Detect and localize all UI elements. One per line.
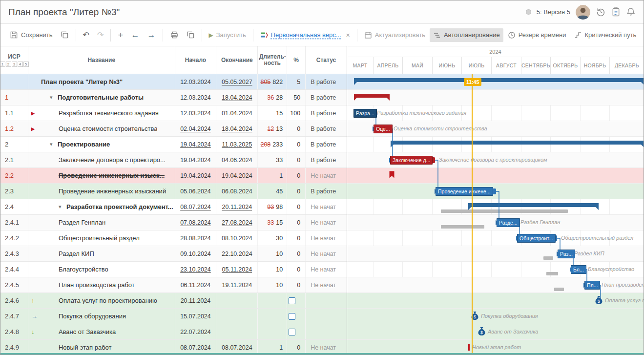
wbs-level-2[interactable]: 2 [6,62,11,67]
end-date-cell: 01.04.2024 [216,105,258,121]
end-date-cell: 05.05.2027 [216,74,258,89]
table-row[interactable]: 2.4▾Разработка проектной документ...08.0… [0,199,347,215]
collapse-toggle-icon[interactable]: ▾ [50,141,58,147]
time-reserve-button[interactable]: Резерв времени [504,28,570,42]
indent-button[interactable]: → [144,29,159,42]
end-date-cell: 04.06.2024 [216,152,258,167]
column-header-wbs[interactable]: ИСР 12345 [0,46,28,74]
column-header-end[interactable]: Окончание [216,46,258,74]
baseline-label[interactable]: Первоначальная верс... [271,31,341,39]
outdent-button[interactable]: ← [128,29,143,42]
wbs-level-4[interactable]: 4 [18,62,23,67]
version-label[interactable]: 5: Версия 5 [537,8,570,16]
versions-clipboard-icon[interactable] [611,7,621,17]
table-row[interactable]: План проекта "Литер №3"12.03.202405.05.2… [0,74,347,90]
start-date: 19.04.2024 [180,141,211,148]
baseline-close-icon[interactable]: × [346,31,350,39]
duration-value: 10 [276,251,283,257]
avatar[interactable] [576,5,590,20]
table-row[interactable]: 2.4.5План производства работ06.11.202419… [0,277,347,293]
critical-path-button[interactable]: Критический путь [571,28,640,42]
start-date-cell: 15.07.2024 [175,309,217,324]
table-row[interactable]: 2.3Проведение инженерных изысканий05.06.… [0,184,347,199]
payment-milestone-icon[interactable]: $ [595,295,603,306]
wbs-level-5[interactable]: 5 [23,62,29,67]
duration-cell: 1213 [258,121,287,136]
gantt-row[interactable] [347,215,644,230]
baseline-version-button[interactable]: Первоначальная верс... × [257,28,353,42]
duration-cell [258,324,287,339]
table-row[interactable]: 2.4.2Общестроительный раздел28.08.202408… [0,230,347,246]
column-header-duration[interactable]: Длитель-ность [258,46,287,74]
gantt-bar-caption: Разработка технического задания [377,110,466,116]
milestone-checkbox[interactable] [289,329,295,335]
now-time-badge: 11:45 [464,78,481,86]
wbs-level-3[interactable]: 3 [12,62,17,67]
collapse-toggle-icon[interactable]: ▾ [50,94,58,101]
table-row[interactable]: 2.4.6↑Оплата услуг по проектированию20.1… [0,293,347,309]
gantt-summary-bar[interactable] [468,203,599,207]
column-header-name[interactable]: Название [28,46,175,74]
undo-icon: ↶ [83,32,89,39]
column-header-start[interactable]: Начало [175,46,217,74]
gantt-body: Разра...Разработка технического заданияО… [347,74,644,355]
milestone-checkbox[interactable] [289,297,295,304]
wbs-cell: 2.4.5 [0,277,28,292]
start-date: 28.08.2024 [180,235,211,242]
save-as-button[interactable] [57,28,72,42]
status-cell: В работе [306,137,347,152]
name-cell: Проведение инженерных изысканий [28,184,175,199]
redo-button[interactable]: ↷ [94,29,107,42]
table-row[interactable]: 2.4.8↓Аванс от Заказчика22.07.2024 [0,324,347,340]
copy-button[interactable] [183,28,198,42]
app-window: План проекта "Литер №3" 5: Версия 5 Сохр… [0,0,644,355]
notifications-bell-icon[interactable] [626,7,636,17]
wbs-level-1[interactable]: 1 [0,62,5,67]
stage-start-marker[interactable] [468,344,470,351]
now-line[interactable] [472,74,473,355]
name-cell: ▶Оценка стоимости строительства [28,121,175,136]
autoplan-button[interactable]: Автопланирование [430,28,503,42]
table-row[interactable]: 1.1▶Разработка технического задания12.03… [0,105,347,121]
top-bar: План проекта "Литер №3" 5: Версия 5 [0,0,644,24]
print-button[interactable] [166,28,182,42]
column-header-status[interactable]: Статус [306,46,347,74]
end-date: 06.08.2024 [222,188,252,195]
percent-value: 5 [297,79,300,85]
start-date: 08.07.2024 [180,204,211,210]
gantt-summary-bar[interactable] [354,78,644,82]
table-row[interactable]: 2.4.1Раздел Генплан07.08.202427.08.20243… [0,215,347,230]
save-button[interactable]: Сохранить [6,28,56,42]
bookmark-milestone-icon[interactable] [389,171,395,180]
save-label: Сохранить [21,31,53,39]
table-row[interactable]: 2.2Проведение инженерных изыск...19.04.2… [0,168,347,184]
undo-button[interactable]: ↶ [80,29,93,42]
payment-milestone-icon[interactable]: $ [478,327,486,337]
milestone-checkbox[interactable] [289,313,295,320]
history-icon[interactable] [596,7,606,17]
bottom-scroll-strip[interactable] [0,353,644,355]
collapse-toggle-icon[interactable]: ▾ [59,204,66,210]
table-row[interactable]: 1▾Подготовительные работы12.03.202418.04… [0,90,347,105]
table-row[interactable]: 2.4.7→Покупка оборудования15.07.2024 [0,309,347,324]
gantt-row[interactable] [347,74,644,90]
table-row[interactable]: 2.4.4Благоустройство23.10.202405.11.2024… [0,262,347,277]
add-task-button[interactable]: + [114,29,126,42]
start-date-cell: 12.03.2024 [175,74,217,89]
table-row[interactable]: 1.2▶Оценка стоимости строительства02.04.… [0,121,347,137]
table-row[interactable]: 2.4.3Раздел КИП09.10.202422.10.2024100Не… [0,246,347,262]
duration-cell [258,293,287,308]
percent-cell: 0 [287,199,306,214]
table-row[interactable]: 2▾Проектирование19.04.202411.03.20252082… [0,137,347,152]
wbs-cell [0,74,28,89]
end-date: 19.04.2024 [222,172,252,179]
gantt-summary-bar[interactable] [391,141,644,145]
run-label: Запустить [216,31,246,39]
run-button[interactable]: ▶ Запустить [206,28,249,42]
gantt-row[interactable] [347,90,644,105]
gantt-summary-bar[interactable] [354,94,390,98]
column-header-percent[interactable]: % [287,46,306,74]
table-row[interactable]: 2.1Заключение договора с проектиро...19.… [0,152,347,168]
start-date-cell: 07.08.2024 [175,215,217,230]
actualize-button[interactable]: Актуализировать [361,28,429,42]
